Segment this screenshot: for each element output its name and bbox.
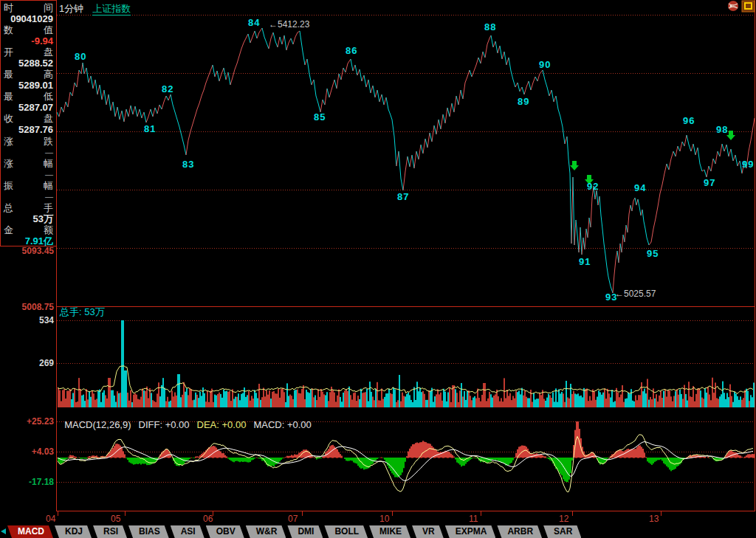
quote-sidebar: 时间09041029数值-9.94开盘5288.52最高5289.01最低528… xyxy=(0,0,57,246)
day-label-10: 10 xyxy=(379,514,389,523)
point-marker-83: 83 xyxy=(182,159,194,169)
quote-value: — xyxy=(1,169,56,180)
macd-params: MACD(12,26,9) xyxy=(64,419,131,430)
volume-axis-upper: 534 xyxy=(1,316,54,325)
tabs-scroll-left-icon[interactable] xyxy=(0,525,7,538)
annotation-session-low: ←5025.57 xyxy=(615,289,656,299)
day-label-04: 04 xyxy=(46,514,55,523)
tab-asi[interactable]: ASI xyxy=(171,525,205,538)
day-label-06: 06 xyxy=(203,514,213,523)
macd-axis-mid: +4.03 xyxy=(1,447,54,456)
tab-rsi[interactable]: RSI xyxy=(93,525,127,538)
quote-row-最低: 最低5287.07 xyxy=(1,91,56,113)
point-marker-99: 99 xyxy=(742,159,754,169)
quote-row-金额: 金额7.91亿 xyxy=(1,224,56,246)
price-grid-label-lower: 5008.75 xyxy=(1,303,54,311)
quote-label: 收 xyxy=(4,113,13,124)
volume-axis-mid: 269 xyxy=(1,359,54,368)
day-label-13: 13 xyxy=(649,514,659,523)
quote-row-最高: 最高5289.01 xyxy=(1,69,56,91)
quote-row-总手: 总手53万 xyxy=(1,202,56,224)
quote-value: 09041029 xyxy=(1,13,56,24)
window-icons xyxy=(725,0,756,13)
point-marker-84: 84 xyxy=(248,18,260,27)
symbol-name: 上证指数 xyxy=(92,3,131,15)
quote-value: 5289.01 xyxy=(1,80,56,91)
point-marker-85: 85 xyxy=(314,112,326,122)
quote-value: 53万 xyxy=(1,213,56,224)
point-marker-80: 80 xyxy=(75,52,86,61)
quote-value: 5287.07 xyxy=(1,102,56,113)
quote-row-涨幅: 涨幅— xyxy=(1,158,56,180)
tab-kdj[interactable]: KDJ xyxy=(55,525,92,538)
point-marker-92: 92 xyxy=(587,182,599,191)
top-bar: 1分钟上证指数 xyxy=(59,2,131,15)
volume-header: 总手: 53万 xyxy=(60,306,105,319)
point-marker-91: 91 xyxy=(579,257,591,266)
point-marker-95: 95 xyxy=(647,249,659,258)
quote-row-时间: 时间09041029 xyxy=(1,2,56,24)
point-marker-88: 88 xyxy=(484,22,496,32)
point-marker-97: 97 xyxy=(704,178,715,187)
quote-row-数值: 数值-9.94 xyxy=(1,24,56,46)
point-marker-98: 98 xyxy=(716,125,728,134)
point-marker-81: 81 xyxy=(144,124,156,134)
quote-label: 涨 xyxy=(4,158,13,169)
day-label-05: 05 xyxy=(111,514,120,523)
quote-label: 时 xyxy=(4,2,13,13)
period-label: 1分钟 xyxy=(59,3,83,14)
tab-wr[interactable]: W&R xyxy=(246,525,286,538)
quote-value: 7.91亿 xyxy=(1,235,56,246)
point-marker-96: 96 xyxy=(683,116,695,125)
tab-arbr[interactable]: ARBR xyxy=(497,525,542,538)
macd-dea-value: DEA: +0.00 xyxy=(197,419,247,430)
point-marker-82: 82 xyxy=(162,84,173,94)
quote-value: 5287.76 xyxy=(1,124,56,135)
maximize-icon[interactable] xyxy=(742,1,755,12)
quote-value: -9.94 xyxy=(1,35,56,46)
point-marker-94: 94 xyxy=(634,183,646,193)
macd-diff-value: DIFF: +0.00 xyxy=(139,419,190,430)
point-marker-90: 90 xyxy=(539,60,551,69)
quote-label: 涨 xyxy=(4,136,13,147)
quote-row-涨跌: 涨跌— xyxy=(1,136,56,158)
tab-boll[interactable]: BOLL xyxy=(324,525,368,538)
macd-axis-upper: +25.23 xyxy=(1,417,54,426)
point-marker-93: 93 xyxy=(605,292,617,302)
day-label-12: 12 xyxy=(559,514,568,523)
tab-obv[interactable]: OBV xyxy=(206,525,244,538)
macd-macd-value: MACD: +0.00 xyxy=(253,419,311,430)
tab-macd[interactable]: MACD xyxy=(7,525,53,538)
quote-label: 总 xyxy=(4,202,13,213)
tab-expma[interactable]: EXPMA xyxy=(445,525,496,538)
macd-header: MACD(12,26,9)DIFF: +0.00DEA: +0.00MACD: … xyxy=(59,408,319,430)
globe-icon[interactable] xyxy=(728,1,738,11)
quote-label: 最 xyxy=(4,91,13,102)
tab-mike[interactable]: MIKE xyxy=(369,525,410,538)
annotation-session-high: ←5412.23 xyxy=(269,19,309,30)
point-marker-87: 87 xyxy=(397,192,409,201)
quote-label: 振 xyxy=(4,180,13,191)
point-marker-89: 89 xyxy=(518,97,529,106)
signal-arrow-icon xyxy=(570,161,579,170)
quote-row-开盘: 开盘5288.52 xyxy=(1,46,56,69)
tab-dmi[interactable]: DMI xyxy=(287,525,323,538)
tab-sar[interactable]: SAR xyxy=(543,525,581,538)
tab-bias[interactable]: BIAS xyxy=(128,525,169,538)
macd-axis-lower: -17.18 xyxy=(1,477,54,486)
quote-label: 开 xyxy=(4,46,13,58)
quote-value: — xyxy=(1,147,56,158)
indicator-tabbar: MACDKDJRSIBIASASIOBVW&RDMIBOLLMIKEVREXPM… xyxy=(0,525,756,538)
quote-row-振幅: 振幅— xyxy=(1,180,56,202)
quote-value: 5288.52 xyxy=(1,58,56,69)
quote-label: 最 xyxy=(4,69,13,80)
point-marker-86: 86 xyxy=(346,46,357,55)
chart-canvas[interactable] xyxy=(0,0,756,538)
tab-vr[interactable]: VR xyxy=(412,525,444,538)
day-label-11: 11 xyxy=(469,514,478,523)
quote-value: — xyxy=(1,191,56,202)
quote-row-收盘: 收盘5287.76 xyxy=(1,113,56,135)
quote-label: 数 xyxy=(4,24,13,35)
quote-label: 金 xyxy=(4,224,13,235)
price-grid-label-upper: 5093.45 xyxy=(1,246,54,255)
